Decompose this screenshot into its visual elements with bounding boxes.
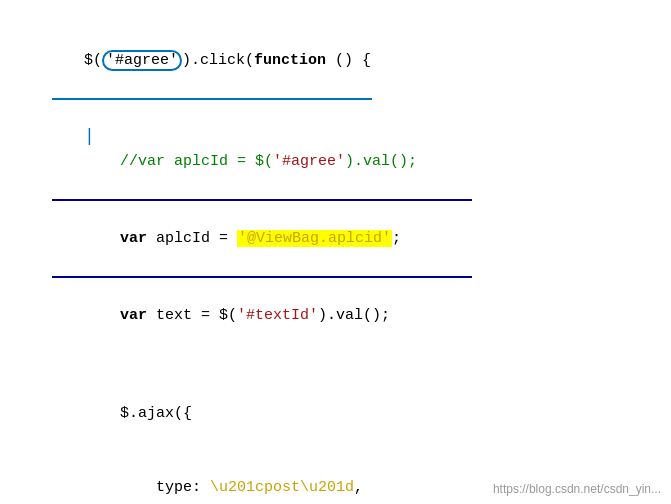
footer-url: https://blog.csdn.net/csdn_yin... — [493, 482, 661, 496]
var-text: var text = $( — [84, 307, 237, 324]
textid-string: '#textId' — [237, 307, 318, 324]
code-line-empty — [0, 353, 671, 377]
ajax-call: $.ajax({ — [84, 405, 192, 422]
line-content-1: $('#agree').click(function () { — [0, 25, 371, 97]
code-container: $('#agree').click(function () { | //var … — [0, 0, 671, 504]
type-comma: , — [354, 479, 363, 496]
paren-brace-1: () { — [326, 52, 371, 69]
code-line-aplcid: var aplcId = '@ViewBag.aplcid'; — [0, 202, 671, 276]
function-keyword-1: function — [254, 52, 326, 69]
line-content-comment1: //var aplcId = $('#agree').val(); — [0, 126, 417, 198]
code-line-type: type: \u201cpost\u201d, — [0, 451, 671, 504]
circled-agree: '#agree' — [102, 50, 182, 71]
semicolon-aplcid: ; — [392, 230, 401, 247]
code-line-ajax: $.ajax({ — [0, 377, 671, 451]
comment-text-1: //var aplcId = $('#agree').val(); — [84, 153, 417, 170]
code-area: $('#agree').click(function () { | //var … — [0, 10, 671, 504]
code-line-text: var text = $('#textId').val(); — [0, 279, 671, 353]
underline-blue-bar2 — [52, 276, 472, 278]
line-content-text: var text = $('#textId').val(); — [0, 280, 390, 352]
code-line-comment1: //var aplcId = $('#agree').val(); — [0, 125, 671, 199]
type-property: type: — [84, 479, 210, 496]
var-keyword-aplcid: var aplcId = — [84, 230, 237, 247]
line-content-aplcid: var aplcId = '@ViewBag.aplcid'; — [0, 203, 401, 275]
val-call: ).val(); — [318, 307, 390, 324]
dollar-sign: $( — [84, 52, 102, 69]
underline-blue-bar — [52, 199, 472, 201]
viewbag-value: '@ViewBag.aplcid' — [237, 230, 392, 247]
type-value: \u201cpost\u201d — [210, 479, 354, 496]
code-line-1: $('#agree').click(function () { — [0, 24, 671, 98]
line-content-ajax: $.ajax({ — [0, 378, 192, 450]
underline-indicator — [52, 98, 372, 100]
line-content-type: type: \u201cpost\u201d, — [0, 452, 363, 504]
click-part: ).click( — [182, 52, 254, 69]
code-line-separator: | — [0, 101, 671, 125]
